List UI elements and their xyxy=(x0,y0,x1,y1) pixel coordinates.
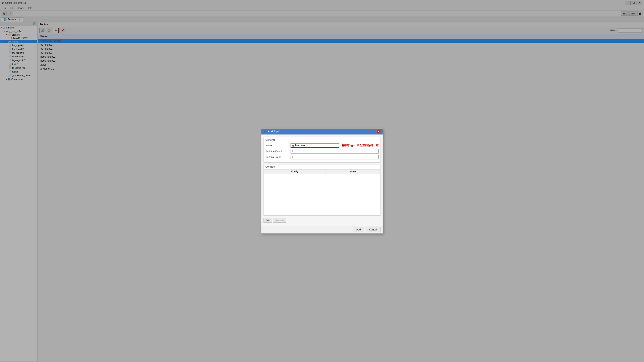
modal-partition-input[interactable] xyxy=(290,149,378,154)
modal-overlay: ➕ Add Topic ✕ General Name 名称与ngnix中配置的保… xyxy=(0,0,644,362)
modal-close-icon: ✕ xyxy=(378,130,380,133)
configs-title: Configs xyxy=(264,164,380,169)
annotation-text: 名称与ngnix中配置的保持一致 xyxy=(341,143,378,147)
modal-general-title: General xyxy=(266,138,378,141)
value-col-header: Value xyxy=(326,169,380,173)
modal-titlebar: ➕ Add Topic ✕ xyxy=(262,129,382,134)
modal-replica-label: Replica Count xyxy=(266,156,290,159)
modal-close-button[interactable]: ✕ xyxy=(377,130,380,133)
modal-footer: Add Cancel xyxy=(262,226,382,233)
add-config-button[interactable]: Add xyxy=(264,218,272,223)
add-topic-icon: ➕ xyxy=(264,130,267,133)
modal-cancel-button[interactable]: Cancel xyxy=(366,227,380,232)
add-topic-dialog: ➕ Add Topic ✕ General Name 名称与ngnix中配置的保… xyxy=(261,128,383,234)
modal-partition-field: Partition Count xyxy=(266,149,378,154)
modal-body: General Name 名称与ngnix中配置的保持一致 Partition … xyxy=(262,134,382,226)
modal-name-field: Name 名称与ngnix中配置的保持一致 xyxy=(266,143,378,148)
configs-table: Config Value xyxy=(264,169,380,215)
modal-replica-input[interactable] xyxy=(290,155,378,159)
remove-config-button[interactable]: Remove xyxy=(273,218,286,223)
modal-name-input[interactable] xyxy=(290,143,339,148)
modal-partition-label: Partition Count xyxy=(266,150,290,153)
config-col-header: Config xyxy=(264,169,326,173)
modal-add-button[interactable]: Add xyxy=(352,227,364,232)
modal-name-label: Name xyxy=(266,144,290,147)
modal-title: ➕ Add Topic xyxy=(264,130,280,133)
configs-table-body xyxy=(264,173,380,215)
modal-general-section: General Name 名称与ngnix中配置的保持一致 Partition … xyxy=(264,137,380,163)
modal-replica-field: Replica Count xyxy=(266,155,378,159)
modal-configs-btns: Add Remove xyxy=(264,217,380,224)
modal-configs-section: Configs Config Value xyxy=(264,164,380,216)
